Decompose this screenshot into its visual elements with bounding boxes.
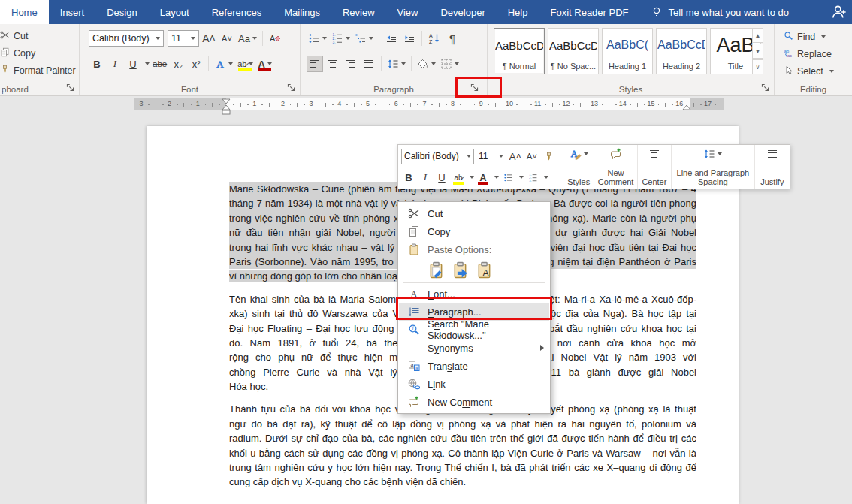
align-center-button[interactable]	[325, 56, 341, 72]
tab-view[interactable]: View	[386, 0, 430, 24]
increase-indent-button[interactable]	[401, 30, 418, 47]
chevron-down-icon[interactable]	[519, 176, 524, 179]
menu-item-synonyms[interactable]: Synonyms	[399, 339, 549, 357]
mini-bold-button[interactable]: B	[401, 169, 416, 186]
mini-center-button[interactable]: Center	[637, 145, 671, 189]
italic-button[interactable]: I	[107, 56, 123, 72]
menu-item-link[interactable]: Link	[399, 375, 549, 393]
mini-font-name-combo[interactable]: Calibri (Body)	[401, 149, 474, 164]
mini-styles-button[interactable]: Styles	[563, 145, 594, 189]
borders-button[interactable]	[439, 56, 461, 72]
mini-font-size-combo[interactable]: 11	[476, 149, 506, 164]
document-line[interactable]: khối u bằng cách sử dụng các đồng vị phó…	[229, 446, 696, 460]
first-line-indent-marker[interactable]	[222, 98, 231, 104]
mini-line-spacing-button[interactable]: Line and Paragraph Spacing	[671, 145, 754, 189]
align-right-button[interactable]	[343, 56, 359, 72]
account-share-icon[interactable]	[829, 4, 847, 20]
mini-shrink-font-button[interactable]: A˅	[524, 148, 539, 164]
mini-font-color-button[interactable]: A	[476, 169, 491, 186]
strikethrough-button[interactable]: abe	[151, 56, 168, 72]
show-hide-pilcrow-button[interactable]: ¶	[444, 30, 461, 47]
text-effects-button[interactable]	[213, 56, 234, 72]
mini-highlight-button[interactable]: ab̷	[451, 169, 466, 186]
copy-button[interactable]: Copy	[0, 46, 38, 61]
find-button[interactable]: Find	[781, 29, 829, 44]
tab-insert[interactable]: Insert	[49, 0, 96, 24]
clipboard-dialog-launcher[interactable]	[65, 82, 75, 92]
menu-item-search[interactable]: Search "Marie Skłodowsk..."	[399, 321, 549, 339]
mini-underline-button[interactable]: U	[434, 169, 449, 186]
replace-button[interactable]: Replace	[781, 47, 835, 62]
bold-button[interactable]: B	[89, 56, 105, 72]
tab-home[interactable]: Home	[0, 0, 49, 24]
styles-icon	[570, 148, 582, 160]
menu-item-translate[interactable]: Translate	[399, 357, 549, 375]
document-line[interactable]: radium. Dưới sự chỉ đạo của bà, các nghi…	[229, 431, 696, 445]
styles-dialog-launcher[interactable]	[760, 82, 770, 92]
decrease-indent-button[interactable]	[383, 30, 400, 47]
chevron-down-icon[interactable]	[544, 176, 548, 179]
chevron-down-icon[interactable]	[145, 62, 150, 65]
mini-new-comment-button[interactable]: New Comment	[594, 145, 636, 189]
document-line[interactable]: ngữ do bà đặt ra), kỹ thuật để cô lập đồ…	[229, 417, 696, 431]
style-card--normal[interactable]: AaBbCcDc¶ Normal	[494, 28, 545, 74]
style-card-heading-2[interactable]: AaBbCcDHeading 2	[656, 28, 707, 74]
font-color-button[interactable]: A	[256, 56, 273, 72]
shading-button[interactable]	[415, 56, 437, 72]
mini-format-painter-button[interactable]	[541, 148, 556, 164]
tab-foxit-reader-pdf[interactable]: Foxit Reader PDF	[539, 0, 639, 24]
document-line[interactable]: trung tâm nghiên cứu y học lớn hiện nay.…	[229, 460, 696, 475]
styles-more-button[interactable]: ⊽	[752, 59, 763, 74]
tab-references[interactable]: References	[201, 0, 273, 24]
paste-keep-source-formatting-icon[interactable]	[428, 261, 445, 279]
tab-design[interactable]: Design	[95, 0, 148, 24]
tab-mailings[interactable]: Mailings	[273, 0, 331, 24]
clear-formatting-button[interactable]	[267, 30, 283, 47]
chevron-down-icon[interactable]	[494, 176, 499, 179]
hanging-indent-marker[interactable]	[222, 104, 231, 115]
mini-bullets-button[interactable]	[500, 169, 515, 186]
styles-scroll-down-button[interactable]: ▼	[752, 44, 763, 59]
sort-button[interactable]	[426, 30, 443, 47]
subscript-button[interactable]: x₂	[170, 56, 186, 72]
document-line[interactable]: cung cấp dịch vụ X-quang cho các bệnh vi…	[229, 475, 696, 489]
mini-italic-button[interactable]: I	[418, 169, 433, 186]
menu-item-new-comment[interactable]: New Comment	[399, 393, 549, 411]
line-spacing-button[interactable]	[385, 56, 407, 72]
cut-button[interactable]: Cut	[0, 29, 31, 44]
multilevel-list-button[interactable]	[353, 30, 375, 47]
styles-scroll-up-button[interactable]: ▲	[752, 28, 763, 43]
grow-font-button[interactable]: A˄	[201, 30, 217, 47]
superscript-button[interactable]: x²	[188, 56, 204, 72]
tell-me-box[interactable]: Tell me what you want to do	[651, 0, 789, 24]
underline-button[interactable]: U	[125, 56, 141, 72]
mini-numbering-button[interactable]	[525, 169, 540, 186]
menu-item-cut[interactable]: Cut	[399, 204, 549, 222]
tab-developer[interactable]: Developer	[429, 0, 496, 24]
style-card--no-spac-[interactable]: AaBbCcDc¶ No Spac...	[548, 28, 599, 74]
highlight-color-button[interactable]: ab̷	[236, 56, 255, 72]
font-dialog-launcher[interactable]	[286, 82, 296, 92]
mini-justify-button[interactable]: Justify	[754, 145, 790, 189]
paste-keep-text-only-icon[interactable]	[476, 261, 493, 279]
paste-merge-formatting-icon[interactable]	[452, 261, 469, 279]
tab-layout[interactable]: Layout	[149, 0, 201, 24]
numbering-button[interactable]	[330, 30, 352, 47]
font-name-combo[interactable]: Calibri (Body)	[89, 30, 164, 47]
font-size-combo[interactable]: 11	[168, 30, 199, 47]
shrink-font-button[interactable]: A˅	[219, 30, 235, 47]
align-left-button[interactable]	[307, 56, 323, 72]
mini-grow-font-button[interactable]: A˄	[508, 148, 523, 164]
chevron-down-icon[interactable]	[470, 176, 474, 179]
tab-help[interactable]: Help	[497, 0, 539, 24]
tab-review[interactable]: Review	[331, 0, 386, 24]
bullets-button[interactable]	[307, 30, 328, 47]
horizontal-ruler[interactable]: 3211234567891011121314151617	[134, 98, 724, 110]
right-indent-marker[interactable]	[682, 104, 691, 110]
style-card-heading-1[interactable]: AaBbC(Heading 1	[602, 28, 653, 74]
justify-button[interactable]	[361, 56, 377, 72]
menu-item-copy[interactable]: Copy	[399, 222, 549, 240]
format-painter-button[interactable]: Format Painter	[0, 63, 79, 78]
change-case-button[interactable]: Aa	[237, 30, 258, 47]
select-button[interactable]: Select	[781, 64, 837, 79]
